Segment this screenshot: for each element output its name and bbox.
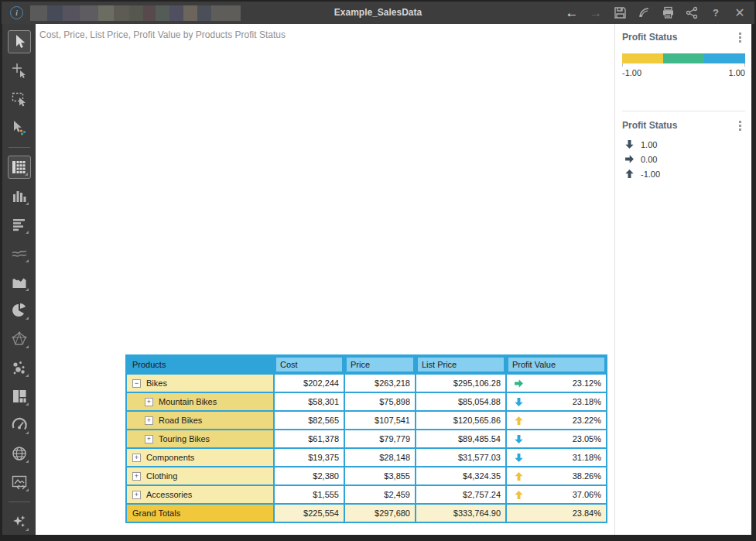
product-label: Bikes <box>146 378 167 388</box>
scatter-plot-icon[interactable] <box>8 356 31 379</box>
marquee-select-icon[interactable] <box>8 87 31 111</box>
horizontal-bar-chart-icon[interactable] <box>8 213 31 236</box>
treemap-icon[interactable] <box>8 385 31 408</box>
expand-toggle[interactable]: + <box>145 416 153 425</box>
grand-total-cost[interactable]: $225,554 <box>275 505 344 522</box>
box-plot-icon[interactable] <box>8 327 31 351</box>
profit-value-cell[interactable]: 38.26% <box>507 467 606 485</box>
list-price-cell[interactable]: $2,757.24 <box>416 486 505 503</box>
dropdown-corner <box>26 431 29 434</box>
price-cell[interactable]: $263,218 <box>345 375 415 392</box>
right-arrow-icon <box>624 154 635 164</box>
visualization-sidebar <box>2 24 36 535</box>
list-price-cell[interactable]: $31,577.03 <box>416 449 505 466</box>
price-cell[interactable]: $3,855 <box>345 467 415 485</box>
ai-recommendations-icon[interactable] <box>8 510 31 533</box>
expand-toggle[interactable]: + <box>132 454 141 462</box>
cost-cell[interactable]: $58,301 <box>275 393 344 410</box>
data-refresh-icon[interactable] <box>635 5 652 22</box>
dropdown-corner <box>26 288 29 291</box>
list-price-cell[interactable]: $295,106.28 <box>416 375 505 392</box>
area-chart-icon[interactable] <box>8 270 31 293</box>
grand-total-list-price[interactable]: $333,764.90 <box>416 505 505 522</box>
profit-status-arrow-icon <box>514 453 524 463</box>
price-cell[interactable]: $107,541 <box>345 412 415 429</box>
row-header[interactable]: +Touring Bikes <box>127 430 273 447</box>
collapse-toggle[interactable]: − <box>132 379 141 388</box>
profit-status-arrow-icon <box>514 434 524 444</box>
custom-visualization-icon[interactable] <box>8 471 31 494</box>
row-header[interactable]: +Mountain Bikes <box>127 393 273 410</box>
column-header-price[interactable]: Price <box>345 356 415 373</box>
cost-cell[interactable]: $61,378 <box>275 430 344 447</box>
gradient-color-bar[interactable] <box>622 53 745 63</box>
pointer-tool-icon[interactable] <box>8 30 31 53</box>
dropdown-corner <box>26 202 29 205</box>
product-label: Mountain Bikes <box>159 397 217 406</box>
legend-item[interactable]: -1.00 <box>622 169 745 179</box>
kebab-menu-icon[interactable] <box>734 120 745 132</box>
row-header[interactable]: −Bikes <box>127 375 273 392</box>
row-header[interactable]: +Clothing <box>127 467 273 485</box>
profit-value-cell[interactable]: 23.18% <box>507 393 606 410</box>
print-icon[interactable] <box>659 5 676 22</box>
list-price-cell[interactable]: $120,565.86 <box>416 412 505 429</box>
legend-item[interactable]: 1.00 <box>622 139 745 149</box>
line-chart-icon[interactable] <box>8 241 31 265</box>
column-header-products[interactable]: Products <box>127 356 273 373</box>
map-chart-icon[interactable] <box>8 442 31 465</box>
list-price-cell[interactable]: $89,485.54 <box>416 430 505 447</box>
profit-value-cell[interactable]: 23.05% <box>507 430 606 447</box>
marked-items-icon[interactable] <box>8 116 31 139</box>
expand-toggle[interactable]: + <box>132 491 141 499</box>
grand-total-price[interactable]: $297,680 <box>345 505 415 522</box>
profit-value-cell[interactable]: 37.06% <box>507 486 606 503</box>
profit-value-cell[interactable]: 23.12% <box>507 375 606 392</box>
grand-total-profit-value[interactable]: 23.84% <box>507 505 606 522</box>
expand-toggle[interactable]: + <box>132 472 141 481</box>
product-label: Accessories <box>146 490 192 499</box>
cost-cell[interactable]: $202,244 <box>275 375 344 392</box>
help-icon[interactable]: ? <box>707 5 724 22</box>
profit-value-label: 37.06% <box>573 490 601 499</box>
profit-value-cell[interactable]: 23.22% <box>507 412 606 429</box>
cost-cell[interactable]: $1,555 <box>275 486 344 503</box>
cross-table-icon[interactable] <box>8 156 31 179</box>
cost-cell[interactable]: $82,565 <box>275 412 344 429</box>
close-icon[interactable]: ✕ <box>731 5 748 22</box>
price-cell[interactable]: $2,459 <box>345 486 415 503</box>
column-header-profit-value[interactable]: Profit Value <box>507 356 606 373</box>
price-cell[interactable]: $75,898 <box>345 393 415 410</box>
row-header[interactable]: +Road Bikes <box>127 412 273 429</box>
visualization-canvas: Cost, Price, List Price, Profit Value by… <box>36 24 614 535</box>
legend-title: Profit Status <box>622 32 677 43</box>
share-icon[interactable] <box>683 5 700 22</box>
bar-chart-icon[interactable] <box>8 184 31 207</box>
list-price-cell[interactable]: $85,054.88 <box>416 393 505 410</box>
legend-item[interactable]: 0.00 <box>622 154 745 164</box>
kebab-menu-icon[interactable] <box>734 32 745 44</box>
profit-status-arrow-icon <box>514 378 524 389</box>
cost-cell[interactable]: $19,375 <box>275 449 344 466</box>
dropdown-corner <box>26 231 29 234</box>
column-header-cost[interactable]: Cost <box>275 356 344 373</box>
grand-totals-header[interactable]: Grand Totals <box>127 505 273 522</box>
row-header[interactable]: +Components <box>127 449 273 466</box>
profit-value-cell[interactable]: 31.18% <box>507 449 606 466</box>
price-cell[interactable]: $28,148 <box>345 449 415 466</box>
profit-value-label: 23.18% <box>573 397 601 406</box>
cost-cell[interactable]: $2,380 <box>275 467 344 485</box>
forward-icon[interactable]: → <box>587 5 604 22</box>
title-bar: i Example_SalesData ← → ? ✕ <box>2 2 754 24</box>
pie-chart-icon[interactable] <box>8 299 31 322</box>
price-cell[interactable]: $79,779 <box>345 430 415 447</box>
save-icon[interactable] <box>611 5 628 22</box>
expand-toggle[interactable]: + <box>145 398 153 406</box>
column-header-list-price[interactable]: List Price <box>416 356 505 373</box>
row-header[interactable]: +Accessories <box>127 486 273 503</box>
expand-toggle[interactable]: + <box>145 435 153 443</box>
kpi-gauge-icon[interactable] <box>8 413 31 437</box>
list-price-cell[interactable]: $4,324.35 <box>416 467 505 485</box>
back-icon[interactable]: ← <box>563 5 580 22</box>
axis-selector-icon[interactable] <box>8 59 31 82</box>
